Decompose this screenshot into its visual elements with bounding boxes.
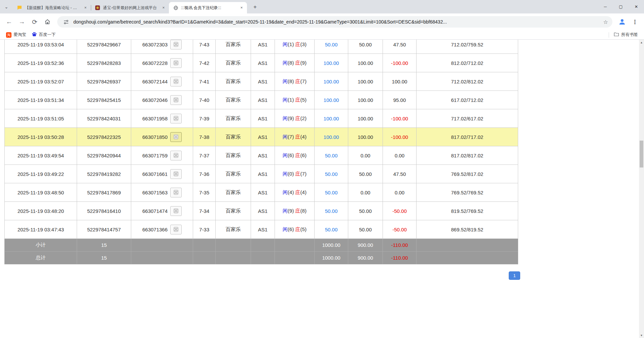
cell-table-no: 7-35: [193, 183, 216, 202]
cell-win-loss: 0.00: [383, 183, 417, 202]
bet-record-row: 2025-11-19 03:52:07522978426937663072144…: [5, 72, 518, 91]
cell-game-type: 百家乐: [216, 72, 251, 91]
url-text[interactable]: dongshouji.com/game/betrecord_search/kin…: [73, 19, 598, 25]
cell-round-no: 663071661: [131, 165, 193, 183]
pagination-current-page[interactable]: 1: [509, 271, 520, 280]
reload-button[interactable]: ⟳: [29, 16, 40, 28]
maximize-button[interactable]: ▢: [613, 0, 629, 13]
cell-round-no: 663072144: [131, 72, 193, 91]
cell-valid-amount: 50.00: [348, 40, 383, 54]
home-button[interactable]: [42, 16, 53, 28]
game-result-icon[interactable]: [170, 188, 182, 197]
cell-round-no: 663072046: [131, 91, 193, 109]
game-result-icon[interactable]: [170, 114, 182, 123]
bet-amount-link[interactable]: 50.00: [325, 171, 338, 177]
cell-table-no: 7-36: [193, 165, 216, 183]
three-dots-icon: ⋮: [632, 18, 638, 26]
cell-game-type: 百家乐: [216, 91, 251, 109]
bet-amount-link[interactable]: 100.00: [324, 79, 339, 84]
all-bookmarks-button[interactable]: 所有书签: [611, 31, 641, 39]
bet-amount-link[interactable]: 100.00: [324, 60, 339, 66]
scroll-up-icon[interactable]: ▲: [639, 40, 644, 45]
all-bookmarks-label: 所有书签: [621, 32, 638, 38]
bet-amount-link[interactable]: 100.00: [324, 97, 339, 103]
scrollbar-thumb[interactable]: [640, 141, 643, 167]
close-tab-icon[interactable]: ✕: [83, 5, 88, 10]
game-result-icon[interactable]: [170, 151, 182, 160]
close-tab-icon[interactable]: ✕: [161, 5, 166, 10]
cell-balance: 812.02/712.02: [417, 54, 518, 72]
game-result-icon[interactable]: [170, 77, 182, 86]
cell-bet-amount: 50.00: [315, 220, 348, 239]
close-tab-icon[interactable]: ✕: [239, 5, 244, 10]
tab-forum[interactable]: 【新提醒】海燕策略论坛 - 综合 ✕: [13, 2, 91, 13]
site-settings-icon[interactable]: [61, 17, 71, 27]
cell-balance: 712.02/759.52: [417, 40, 518, 54]
bet-amount-link[interactable]: 50.00: [325, 42, 338, 47]
bookmark-star-icon[interactable]: ☆: [601, 17, 610, 27]
cell-bet-time: 2025-11-19 03:47:43: [5, 220, 77, 239]
cell-order-no: 522978429667: [77, 40, 131, 54]
cell-valid-amount: 0.00: [348, 146, 383, 165]
summary-bet-total: 1000.00: [315, 252, 348, 264]
bet-amount-link[interactable]: 50.00: [325, 153, 338, 158]
cell-win-loss: 0.00: [383, 146, 417, 165]
profile-avatar[interactable]: [616, 16, 628, 28]
tab-search-button[interactable]: ⌄: [0, 0, 13, 13]
scroll-down-icon[interactable]: ▼: [639, 333, 644, 338]
game-result-icon[interactable]: [170, 95, 182, 105]
vertical-scrollbar[interactable]: ▲ ▼: [639, 40, 644, 338]
cell-bet-amount: 50.00: [315, 202, 348, 220]
cell-account: AS1: [251, 72, 275, 91]
cell-valid-amount: 50.00: [348, 220, 383, 239]
bet-amount-link[interactable]: 50.00: [325, 190, 338, 195]
menu-button[interactable]: ⋮: [629, 16, 641, 28]
bookmark-label: 百度一下: [39, 32, 56, 38]
tab-title: :::视讯 会员下注纪录:::: [181, 5, 236, 11]
cell-bet-amount: 100.00: [315, 128, 348, 146]
cell-game-type: 百家乐: [216, 202, 251, 220]
bookmark-baidu[interactable]: 百度一下: [29, 31, 59, 39]
cell-bet-amount: 100.00: [315, 54, 348, 72]
bet-amount-link[interactable]: 100.00: [324, 134, 339, 140]
tab-bet-records[interactable]: :::视讯 会员下注纪录::: ✕: [169, 2, 247, 13]
game-result-icon[interactable]: [170, 58, 182, 68]
cell-valid-amount: 100.00: [348, 72, 383, 91]
bet-amount-link[interactable]: 100.00: [324, 116, 339, 121]
game-result-icon[interactable]: [170, 225, 182, 234]
game-result-icon[interactable]: [170, 206, 182, 216]
summary-row: 总计151000.00900.00-110.00: [5, 252, 518, 264]
bet-record-row: 2025-11-19 03:49:22522978419282663071661…: [5, 165, 518, 183]
new-tab-button[interactable]: +: [250, 2, 260, 12]
bet-amount-link[interactable]: 50.00: [325, 227, 338, 232]
cell-bet-amount: 100.00: [315, 72, 348, 91]
address-bar[interactable]: dongshouji.com/game/betrecord_search/kin…: [57, 16, 612, 28]
cell-bet-amount: 100.00: [315, 91, 348, 109]
game-result-icon[interactable]: [170, 169, 182, 179]
cell-win-loss: 100.00: [383, 72, 417, 91]
cell-account: AS1: [251, 220, 275, 239]
cell-game-type: 百家乐: [216, 165, 251, 183]
game-result-icon[interactable]: [170, 40, 182, 49]
cell-round-no: 663071850: [131, 128, 193, 146]
bet-record-row: 2025-11-19 03:52:36522978428283663072228…: [5, 54, 518, 72]
cell-account: AS1: [251, 165, 275, 183]
cell-account: AS1: [251, 54, 275, 72]
cell-balance: 817.02/817.02: [417, 146, 518, 165]
bookmark-taobao[interactable]: 淘 爱淘宝: [3, 31, 29, 38]
cell-bet-amount: 50.00: [315, 146, 348, 165]
minimize-button[interactable]: ─: [598, 0, 613, 13]
cell-round-no: 663071474: [131, 202, 193, 220]
cell-account: AS1: [251, 146, 275, 165]
cell-table-no: 7-34: [193, 202, 216, 220]
cell-win-loss: -50.00: [383, 220, 417, 239]
game-result-icon[interactable]: [170, 132, 182, 142]
close-window-button[interactable]: ✕: [629, 0, 644, 13]
bookmark-label: 爱淘宝: [13, 32, 26, 38]
cell-result: 闲(9) 庄(2): [275, 109, 315, 128]
back-button[interactable]: ←: [3, 16, 15, 28]
tab-tongbao[interactable]: 通宝-信誉最好的网上游戏平台 ✕: [91, 2, 169, 13]
bet-record-row: 2025-11-19 03:48:20522978416410663071474…: [5, 202, 518, 220]
bet-amount-link[interactable]: 50.00: [325, 208, 338, 214]
forward-button[interactable]: →: [16, 16, 28, 28]
